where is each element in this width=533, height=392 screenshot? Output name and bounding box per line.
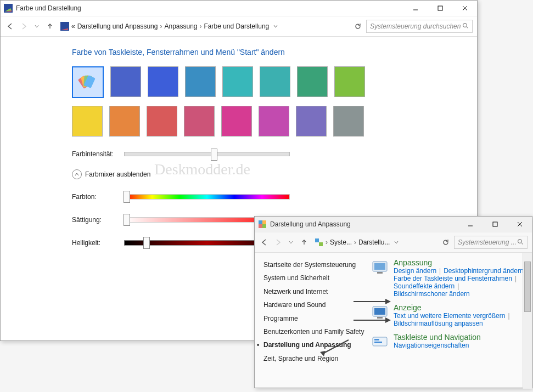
color-swatch[interactable] <box>109 106 140 137</box>
color-swatch[interactable] <box>334 66 365 97</box>
color-swatch[interactable] <box>148 66 178 97</box>
scrollbar[interactable] <box>523 253 532 389</box>
category-title[interactable]: Anpassung <box>394 258 532 267</box>
slider-thumb[interactable] <box>124 214 130 226</box>
nav-item[interactable]: Benutzerkonten und Family Safety <box>263 325 371 338</box>
close-button[interactable] <box>452 1 477 16</box>
app-icon <box>258 220 267 229</box>
svg-rect-24 <box>374 263 385 270</box>
breadcrumb-item[interactable]: Farbe und Darstellung <box>204 22 270 30</box>
color-swatch[interactable] <box>296 106 327 137</box>
titlebar-main[interactable]: Farbe und Darstellung <box>1 1 477 16</box>
color-swatch[interactable] <box>110 66 141 97</box>
hue-slider[interactable] <box>124 194 290 200</box>
color-swatch[interactable] <box>147 106 177 137</box>
category-title[interactable]: Anzeige <box>394 303 532 312</box>
svg-point-21 <box>518 239 522 243</box>
forward-button[interactable] <box>18 21 29 32</box>
minimize-button[interactable] <box>458 217 482 232</box>
intensity-slider[interactable] <box>124 152 290 156</box>
breadcrumb-prefix: « <box>71 22 75 30</box>
chevron-right-icon: › <box>354 238 356 246</box>
nav-item[interactable]: Programme <box>263 312 371 325</box>
breadcrumb-item[interactable]: Darstellung und Anpassung <box>77 22 158 30</box>
page-heading: Farbe von Taskleiste, Fensterrahmen und … <box>72 48 455 56</box>
color-swatch[interactable] <box>72 106 103 137</box>
color-swatch[interactable] <box>259 106 289 137</box>
color-swatch[interactable] <box>222 66 253 97</box>
maximize-button[interactable] <box>482 217 507 232</box>
refresh-button[interactable] <box>440 236 452 248</box>
color-swatch[interactable] <box>333 106 364 137</box>
close-button[interactable] <box>507 217 532 232</box>
svg-line-10 <box>467 27 468 29</box>
breadcrumb-item[interactable]: Darstellu... <box>358 238 390 246</box>
category: AnzeigeText und weitere Elemente vergröß… <box>371 303 532 327</box>
category-title[interactable]: Taskleiste und Navigation <box>394 333 532 342</box>
category-link[interactable]: Design ändern <box>394 267 436 275</box>
category: AnpassungDesign ändern|Desktophintergrun… <box>371 258 532 298</box>
nav-item[interactable]: System und Sicherheit <box>263 271 371 285</box>
svg-rect-16 <box>493 222 497 226</box>
color-swatch[interactable] <box>185 66 216 97</box>
link-separator: | <box>457 282 459 290</box>
swatch-row-1 <box>72 66 455 98</box>
category-link[interactable]: Text und weitere Elemente vergrößern <box>394 312 505 320</box>
breadcrumb-main[interactable]: « Darstellung und Anpassung › Anpassung … <box>58 19 350 33</box>
up-button[interactable] <box>299 237 310 248</box>
bri-label: Helligkeit: <box>72 239 124 247</box>
color-swatch[interactable] <box>184 106 215 137</box>
refresh-button[interactable] <box>352 20 364 32</box>
nav-item[interactable]: Netzwerk und Internet <box>263 285 371 298</box>
color-swatch[interactable] <box>72 66 104 98</box>
color-swatch[interactable] <box>221 106 252 137</box>
mixer-toggle[interactable]: Farbmixer ausblenden <box>72 169 455 179</box>
search-icon <box>462 22 469 31</box>
slider-thumb[interactable] <box>211 149 217 161</box>
breadcrumb-item[interactable]: Syste... <box>330 238 352 246</box>
search-icon <box>517 238 524 247</box>
category-link[interactable]: Bildschirmauflösung anpassen <box>394 320 483 327</box>
search-input-main[interactable]: Systemsteuerung durchsuchen <box>366 20 473 33</box>
svg-rect-19 <box>315 238 319 242</box>
recent-dropdown[interactable] <box>285 237 296 248</box>
back-button[interactable] <box>5 21 16 32</box>
nav-item[interactable]: Darstellung und Anpassung <box>263 338 371 351</box>
category-link[interactable]: Navigationseigenschaften <box>394 342 469 349</box>
search-placeholder: Systemsteuerung ... <box>458 238 517 246</box>
color-swatch[interactable] <box>260 66 290 97</box>
nav-item[interactable]: Startseite der Systemsteuerung <box>263 258 371 271</box>
breadcrumb-sub[interactable]: › Syste... › Darstellu... <box>312 235 437 249</box>
minimize-button[interactable] <box>403 1 428 16</box>
breadcrumb-item[interactable]: Anpassung <box>164 22 197 30</box>
category-link[interactable]: Farbe der Taskleiste und Fensterrahmen <box>394 275 512 282</box>
search-input-sub[interactable]: Systemsteuerung ... <box>454 236 528 249</box>
breadcrumb-dropdown[interactable] <box>271 24 280 29</box>
maximize-button[interactable] <box>428 1 452 16</box>
titlebar-sub[interactable]: Darstellung und Anpassung <box>255 217 532 232</box>
nav-item[interactable]: Hardware und Sound <box>263 298 371 311</box>
category-link[interactable]: Desktophintergrund ändern <box>444 267 523 275</box>
category-link[interactable]: Soundeffekte ändern <box>394 282 455 290</box>
slider-thumb[interactable] <box>143 237 150 249</box>
color-swatch[interactable] <box>297 66 328 97</box>
link-separator: | <box>439 267 441 275</box>
svg-rect-27 <box>374 308 385 315</box>
svg-rect-4 <box>438 6 442 10</box>
category-link[interactable]: Bildschirmschoner ändern <box>394 290 470 298</box>
svg-rect-31 <box>374 342 382 343</box>
slider-thumb[interactable] <box>124 191 130 203</box>
window-controls-main <box>403 1 477 16</box>
swatch-row-2 <box>72 106 455 137</box>
category: Taskleiste und NavigationNavigationseige… <box>371 333 532 351</box>
breadcrumb-icon <box>315 238 323 247</box>
svg-rect-13 <box>262 220 266 224</box>
forward-button[interactable] <box>272 237 283 248</box>
link-separator: | <box>508 312 509 320</box>
up-button[interactable] <box>44 21 55 32</box>
scrollbar-thumb[interactable] <box>524 262 531 312</box>
breadcrumb-dropdown[interactable] <box>392 240 401 245</box>
back-button[interactable] <box>259 237 270 248</box>
nav-item[interactable]: Zeit, Sprache und Region <box>263 352 371 365</box>
recent-dropdown[interactable] <box>31 21 42 32</box>
